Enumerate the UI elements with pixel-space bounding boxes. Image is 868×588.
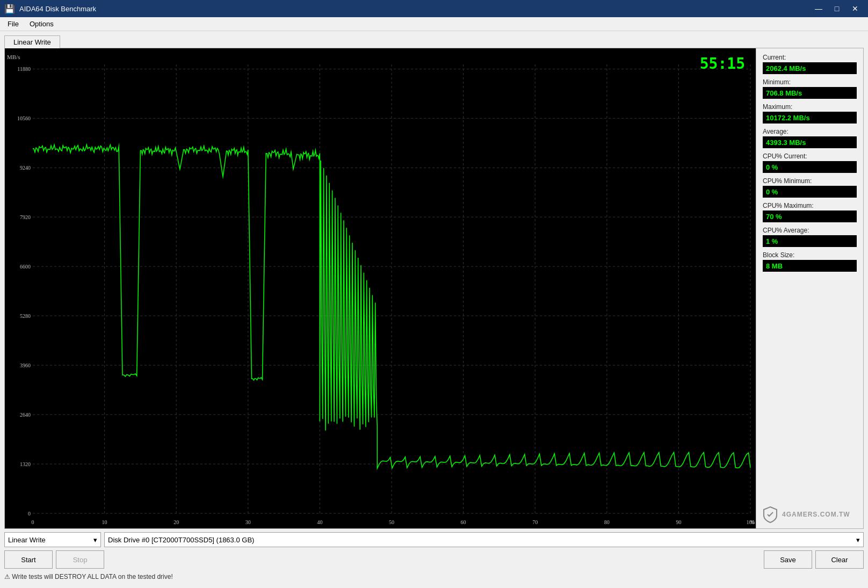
close-button[interactable]: ✕ [847,2,864,16]
tab-linear-write[interactable]: Linear Write [4,35,60,48]
stat-average-label: Average: [763,128,857,135]
bottom-controls: Linear Write ▾ Disk Drive #0 [CT2000T700… [4,529,864,584]
stat-cpu-average-label: CPU% Average: [763,227,857,234]
stat-average: Average: 4393.3 MB/s [763,128,857,148]
start-button[interactable]: Start [4,550,53,569]
stat-minimum-value: 706.8 MB/s [763,87,857,99]
title-bar: 💾 AIDA64 Disk Benchmark — □ ✕ [0,0,868,17]
chart-timer: 55:15 [700,55,745,72]
title-bar-left: 💾 AIDA64 Disk Benchmark [4,4,96,14]
stat-cpu-maximum: CPU% Maximum: 70 % [763,202,857,222]
watermark: 4GAMERS.COM.TW [763,500,857,523]
menu-bar: File Options [0,17,868,31]
menu-file[interactable]: File [2,19,24,29]
stat-cpu-minimum-label: CPU% Minimum: [763,177,857,185]
stat-cpu-average-value: 1 % [763,235,857,247]
drive-value: Disk Drive #0 [CT2000T700SSD5] (1863.0 G… [108,536,254,544]
app-title: AIDA64 Disk Benchmark [19,5,96,13]
clear-button[interactable]: Clear [815,550,864,569]
stat-cpu-minimum-value: 0 % [763,186,857,198]
stat-block-size-label: Block Size: [763,251,857,259]
stat-block-size-value: 8 MB [763,260,857,272]
stat-current-label: Current: [763,54,857,61]
warning-text: ⚠ Write tests will DESTROY ALL DATA on t… [4,573,173,580]
warning-bar: ⚠ Write tests will DESTROY ALL DATA on t… [4,572,864,582]
controls-row: Linear Write ▾ Disk Drive #0 [CT2000T700… [4,532,864,547]
save-button[interactable]: Save [764,550,812,569]
app-icon: 💾 [4,4,15,14]
stat-cpu-average: CPU% Average: 1 % [763,227,857,247]
title-bar-controls: — □ ✕ [810,2,864,16]
stat-cpu-current-value: 0 % [763,161,857,173]
minimize-button[interactable]: — [810,2,827,16]
stat-cpu-maximum-label: CPU% Maximum: [763,202,857,209]
action-row: Start Stop Save Clear [4,550,864,569]
stat-cpu-current: CPU% Current: 0 % [763,153,857,173]
stat-current: Current: 2062.4 MB/s [763,54,857,74]
watermark-text: 4GAMERS.COM.TW [782,511,850,518]
benchmark-chart [5,48,756,528]
stat-maximum-label: Maximum: [763,103,857,111]
maximize-button[interactable]: □ [828,2,845,16]
tab-area: Linear Write [4,35,864,48]
stat-minimum: Minimum: 706.8 MB/s [763,78,857,99]
test-type-value: Linear Write [8,536,46,544]
stat-maximum-value: 10172.2 MB/s [763,112,857,124]
test-type-chevron: ▾ [93,536,97,544]
menu-options[interactable]: Options [24,19,59,29]
stat-maximum: Maximum: 10172.2 MB/s [763,103,857,124]
stop-button[interactable]: Stop [56,550,104,569]
stat-cpu-current-label: CPU% Current: [763,153,857,160]
drive-dropdown[interactable]: Disk Drive #0 [CT2000T700SSD5] (1863.0 G… [104,532,864,547]
stat-average-value: 4393.3 MB/s [763,136,857,148]
stats-panel: Current: 2062.4 MB/s Minimum: 706.8 MB/s… [756,48,863,528]
stat-current-value: 2062.4 MB/s [763,62,857,74]
test-type-dropdown[interactable]: Linear Write ▾ [4,532,101,547]
stat-cpu-maximum-value: 70 % [763,210,857,222]
stat-cpu-minimum: CPU% Minimum: 0 % [763,177,857,198]
stat-block-size: Block Size: 8 MB [763,251,857,272]
shield-icon [763,506,778,523]
stat-minimum-label: Minimum: [763,78,857,86]
chart-container: 55:15 [5,48,756,528]
main-content: Linear Write 55:15 Current: 2062.4 MB/s … [0,31,868,588]
content-area: 55:15 Current: 2062.4 MB/s Minimum: 706.… [4,48,864,529]
drive-chevron: ▾ [856,536,860,544]
